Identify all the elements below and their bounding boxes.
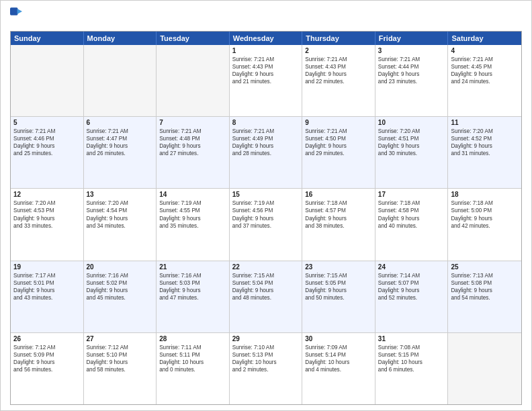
day-number: 18: [451, 191, 519, 198]
calendar-cell: 14Sunrise: 7:19 AM Sunset: 4:55 PM Dayli…: [157, 189, 230, 260]
day-number: 4: [451, 47, 519, 54]
calendar-cell: 13Sunrise: 7:20 AM Sunset: 4:54 PM Dayli…: [84, 189, 157, 260]
calendar-cell: 31Sunrise: 7:08 AM Sunset: 5:15 PM Dayli…: [375, 333, 449, 404]
day-number: 6: [87, 119, 154, 126]
calendar-cell: 20Sunrise: 7:16 AM Sunset: 5:02 PM Dayli…: [84, 261, 157, 332]
calendar-week: 19Sunrise: 7:17 AM Sunset: 5:01 PM Dayli…: [11, 261, 521, 332]
calendar-cell: 7Sunrise: 7:21 AM Sunset: 4:48 PM Daylig…: [157, 117, 230, 188]
day-number: 20: [87, 263, 154, 271]
day-info: Sunrise: 7:15 AM Sunset: 5:05 PM Dayligh…: [305, 272, 372, 302]
calendar-cell: 6Sunrise: 7:21 AM Sunset: 4:47 PM Daylig…: [84, 117, 157, 188]
calendar: SundayMondayTuesdayWednesdayThursdayFrid…: [10, 31, 522, 405]
calendar-week: 5Sunrise: 7:21 AM Sunset: 4:46 PM Daylig…: [11, 116, 521, 188]
day-info: Sunrise: 7:21 AM Sunset: 4:45 PM Dayligh…: [451, 56, 519, 85]
day-info: Sunrise: 7:15 AM Sunset: 5:04 PM Dayligh…: [232, 272, 300, 302]
day-info: Sunrise: 7:20 AM Sunset: 4:52 PM Dayligh…: [451, 128, 519, 157]
calendar-cell: 18Sunrise: 7:18 AM Sunset: 5:00 PM Dayli…: [448, 189, 521, 260]
svg-marker-1: [17, 9, 22, 14]
page-header: [10, 7, 522, 28]
day-info: Sunrise: 7:20 AM Sunset: 4:53 PM Dayligh…: [13, 199, 81, 229]
day-of-week-header: Tuesday: [157, 32, 230, 45]
calendar-cell: 24Sunrise: 7:14 AM Sunset: 5:07 PM Dayli…: [375, 261, 449, 332]
calendar-cell: 19Sunrise: 7:17 AM Sunset: 5:01 PM Dayli…: [11, 261, 84, 332]
day-info: Sunrise: 7:18 AM Sunset: 4:58 PM Dayligh…: [378, 199, 445, 229]
logo-icon: [10, 7, 22, 15]
calendar-cell: 25Sunrise: 7:13 AM Sunset: 5:08 PM Dayli…: [448, 261, 521, 332]
day-number: 2: [305, 47, 372, 54]
day-of-week-header: Saturday: [448, 32, 521, 45]
day-info: Sunrise: 7:19 AM Sunset: 4:56 PM Dayligh…: [232, 199, 300, 229]
calendar-cell: [157, 45, 230, 116]
calendar-cell: 16Sunrise: 7:18 AM Sunset: 4:57 PM Dayli…: [302, 189, 375, 260]
day-number: 28: [159, 335, 226, 342]
day-info: Sunrise: 7:12 AM Sunset: 5:09 PM Dayligh…: [13, 344, 81, 373]
calendar-cell: 26Sunrise: 7:12 AM Sunset: 5:09 PM Dayli…: [11, 333, 84, 404]
day-of-week-header: Wednesday: [230, 32, 303, 45]
day-info: Sunrise: 7:17 AM Sunset: 5:01 PM Dayligh…: [13, 272, 81, 302]
day-number: 9: [305, 119, 372, 126]
calendar-cell: 3Sunrise: 7:21 AM Sunset: 4:44 PM Daylig…: [375, 45, 449, 116]
calendar-cell: 27Sunrise: 7:12 AM Sunset: 5:10 PM Dayli…: [84, 333, 157, 404]
day-number: 3: [378, 47, 445, 54]
day-number: 17: [378, 191, 445, 198]
calendar-cell: 10Sunrise: 7:20 AM Sunset: 4:51 PM Dayli…: [375, 117, 449, 188]
calendar-cell: 21Sunrise: 7:16 AM Sunset: 5:03 PM Dayli…: [157, 261, 230, 332]
day-info: Sunrise: 7:08 AM Sunset: 5:15 PM Dayligh…: [378, 344, 445, 373]
day-info: Sunrise: 7:09 AM Sunset: 5:14 PM Dayligh…: [305, 344, 372, 373]
day-number: 22: [232, 263, 300, 271]
calendar-cell: 9Sunrise: 7:21 AM Sunset: 4:50 PM Daylig…: [302, 117, 375, 188]
calendar-cell: 2Sunrise: 7:21 AM Sunset: 4:43 PM Daylig…: [302, 45, 375, 116]
calendar-cell: 5Sunrise: 7:21 AM Sunset: 4:46 PM Daylig…: [11, 117, 84, 188]
day-of-week-header: Sunday: [11, 32, 84, 45]
day-info: Sunrise: 7:18 AM Sunset: 4:57 PM Dayligh…: [305, 199, 372, 229]
day-info: Sunrise: 7:16 AM Sunset: 5:02 PM Dayligh…: [87, 272, 154, 302]
day-number: 1: [232, 47, 300, 54]
day-info: Sunrise: 7:11 AM Sunset: 5:11 PM Dayligh…: [159, 344, 226, 373]
day-number: 25: [451, 263, 519, 271]
day-number: 15: [232, 191, 300, 198]
day-number: 19: [13, 263, 81, 271]
day-info: Sunrise: 7:14 AM Sunset: 5:07 PM Dayligh…: [378, 272, 445, 302]
calendar-cell: 28Sunrise: 7:11 AM Sunset: 5:11 PM Dayli…: [157, 333, 230, 404]
calendar-cell: [11, 45, 84, 116]
day-number: 21: [159, 263, 226, 271]
day-number: 26: [13, 335, 81, 342]
calendar-cell: 1Sunrise: 7:21 AM Sunset: 4:43 PM Daylig…: [230, 45, 303, 116]
day-number: 11: [451, 119, 519, 126]
day-number: 23: [305, 263, 372, 271]
day-number: 13: [87, 191, 154, 198]
day-info: Sunrise: 7:10 AM Sunset: 5:13 PM Dayligh…: [232, 344, 300, 373]
day-info: Sunrise: 7:21 AM Sunset: 4:43 PM Dayligh…: [305, 56, 372, 85]
day-number: 31: [378, 335, 445, 342]
day-info: Sunrise: 7:20 AM Sunset: 4:54 PM Dayligh…: [87, 199, 154, 229]
day-info: Sunrise: 7:18 AM Sunset: 5:00 PM Dayligh…: [451, 199, 519, 229]
calendar-week: 12Sunrise: 7:20 AM Sunset: 4:53 PM Dayli…: [11, 188, 521, 260]
day-number: 30: [305, 335, 372, 342]
calendar-cell: 15Sunrise: 7:19 AM Sunset: 4:56 PM Dayli…: [230, 189, 303, 260]
calendar-cell: [448, 333, 521, 404]
day-number: 14: [159, 191, 226, 198]
day-number: 12: [13, 191, 81, 198]
day-info: Sunrise: 7:21 AM Sunset: 4:43 PM Dayligh…: [232, 56, 300, 85]
day-info: Sunrise: 7:20 AM Sunset: 4:51 PM Dayligh…: [378, 128, 445, 157]
calendar-cell: 17Sunrise: 7:18 AM Sunset: 4:58 PM Dayli…: [375, 189, 449, 260]
day-info: Sunrise: 7:21 AM Sunset: 4:44 PM Dayligh…: [378, 56, 445, 85]
calendar-header: SundayMondayTuesdayWednesdayThursdayFrid…: [11, 32, 521, 45]
calendar-cell: 4Sunrise: 7:21 AM Sunset: 4:45 PM Daylig…: [448, 45, 521, 116]
calendar-cell: 11Sunrise: 7:20 AM Sunset: 4:52 PM Dayli…: [448, 117, 521, 188]
calendar-cell: 22Sunrise: 7:15 AM Sunset: 5:04 PM Dayli…: [230, 261, 303, 332]
day-info: Sunrise: 7:16 AM Sunset: 5:03 PM Dayligh…: [159, 272, 226, 302]
day-number: 7: [159, 119, 226, 126]
day-info: Sunrise: 7:21 AM Sunset: 4:50 PM Dayligh…: [305, 128, 372, 157]
day-of-week-header: Monday: [84, 32, 157, 45]
calendar-week: 26Sunrise: 7:12 AM Sunset: 5:09 PM Dayli…: [11, 332, 521, 404]
calendar-cell: 23Sunrise: 7:15 AM Sunset: 5:05 PM Dayli…: [302, 261, 375, 332]
day-info: Sunrise: 7:13 AM Sunset: 5:08 PM Dayligh…: [451, 272, 519, 302]
day-number: 27: [87, 335, 154, 342]
day-number: 10: [378, 119, 445, 126]
day-number: 5: [13, 119, 81, 126]
calendar-cell: 12Sunrise: 7:20 AM Sunset: 4:53 PM Dayli…: [11, 189, 84, 260]
svg-rect-0: [10, 7, 17, 15]
calendar-cell: [84, 45, 157, 116]
day-info: Sunrise: 7:21 AM Sunset: 4:48 PM Dayligh…: [159, 128, 226, 157]
